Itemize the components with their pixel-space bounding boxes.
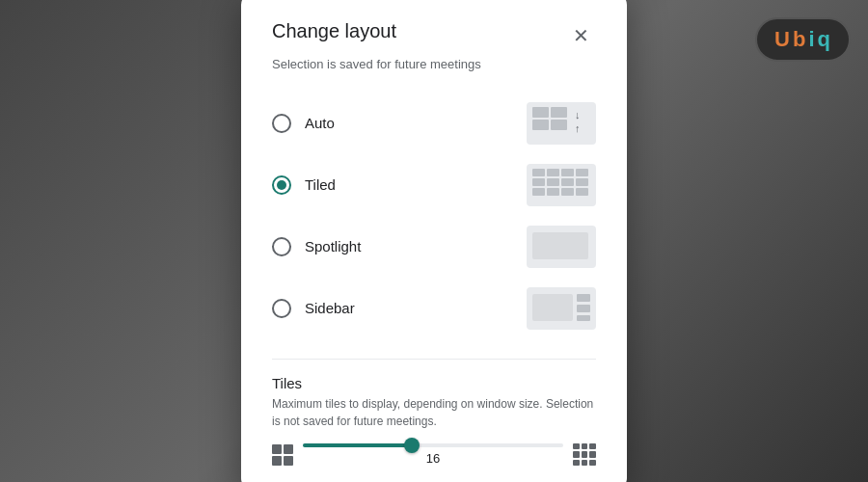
slider-track [303,443,563,447]
tiles-desc: Maximum tiles to display, depending on w… [272,395,596,430]
logo-i: i [808,27,815,52]
svg-text:↓: ↓ [575,109,581,120]
layout-option-spotlight[interactable]: Spotlight [272,216,596,278]
thumb-spotlight [527,226,596,268]
label-sidebar: Sidebar [305,300,355,316]
svg-rect-0 [532,107,549,118]
modal-header: Change layout ✕ [272,20,596,51]
divider [272,359,596,360]
grid-small-icon [272,444,293,466]
svg-rect-16 [561,188,574,196]
svg-rect-14 [532,188,545,196]
tiles-section: Tiles Maximum tiles to display, dependin… [272,375,596,467]
radio-spotlight[interactable] [272,237,291,256]
tiles-title: Tiles [272,375,596,391]
svg-rect-2 [532,120,549,130]
svg-rect-13 [576,178,588,186]
label-spotlight: Spotlight [305,238,361,254]
svg-rect-8 [561,169,574,176]
label-tiled: Tiled [305,176,336,193]
layout-options: Auto ↓ ↑ Tiled [272,93,596,339]
slider-row: 16 [272,443,596,467]
close-button[interactable]: ✕ [565,20,596,51]
tiles-slider-container: 16 [303,443,563,466]
modal-subtitle: Selection is saved for future meetings [272,57,596,71]
slider-value: 16 [426,451,440,466]
svg-rect-10 [532,178,545,186]
svg-rect-18 [532,232,588,259]
thumb-tiled [527,164,596,206]
logo-q: q [818,27,831,52]
svg-rect-3 [551,120,567,130]
slider-thumb[interactable] [404,438,420,453]
radio-tiled[interactable] [272,175,291,195]
svg-rect-17 [576,188,588,196]
svg-rect-7 [547,169,559,176]
thumb-auto: ↓ ↑ [527,102,596,145]
slider-fill [303,443,412,447]
layout-option-sidebar[interactable]: Sidebar [272,278,596,339]
svg-rect-20 [577,294,590,302]
grid-large-icon [573,443,596,467]
radio-sidebar[interactable] [272,299,291,318]
svg-rect-19 [532,294,573,321]
svg-rect-12 [561,178,574,186]
logo-u: U [774,27,791,52]
svg-rect-15 [547,188,559,196]
label-auto: Auto [305,115,335,131]
change-layout-modal: Change layout ✕ Selection is saved for f… [241,0,627,482]
modal-title: Change layout [272,20,396,42]
svg-rect-9 [576,169,588,176]
svg-rect-11 [547,178,559,186]
logo-badge: U b i q [755,17,851,62]
svg-text:↑: ↑ [575,122,581,134]
radio-auto[interactable] [272,114,291,133]
svg-rect-1 [551,107,567,118]
svg-rect-21 [577,305,590,312]
svg-rect-6 [532,169,545,176]
layout-option-auto[interactable]: Auto ↓ ↑ [272,93,596,154]
logo-b: b [793,27,806,52]
thumb-sidebar [527,287,596,330]
layout-option-tiled[interactable]: Tiled [272,154,596,216]
svg-rect-22 [577,315,590,321]
